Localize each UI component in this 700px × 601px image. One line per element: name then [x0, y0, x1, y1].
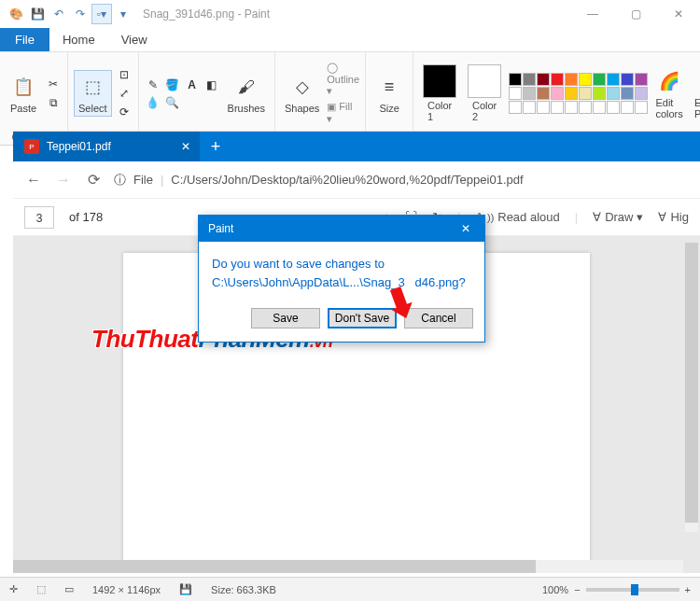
- vscroll-thumb[interactable]: [685, 243, 698, 523]
- maximize-button[interactable]: ▢: [614, 0, 657, 28]
- dont-save-button[interactable]: Don't Save: [328, 308, 397, 328]
- color2-label: Color 2: [472, 100, 497, 122]
- zoom-in-icon[interactable]: +: [685, 584, 691, 595]
- color-swatch[interactable]: [579, 101, 592, 114]
- shapes-button[interactable]: ◇ Shapes: [281, 71, 323, 116]
- fill-icon[interactable]: 🪣: [164, 77, 181, 92]
- color-swatch[interactable]: [593, 101, 606, 114]
- text-icon[interactable]: A: [184, 77, 201, 92]
- refresh-button[interactable]: ⟳: [84, 171, 103, 189]
- back-button[interactable]: ←: [24, 172, 43, 189]
- close-button[interactable]: ✕: [657, 0, 700, 28]
- color-swatch[interactable]: [607, 101, 620, 114]
- home-tab[interactable]: Home: [49, 28, 108, 51]
- fill-button[interactable]: ▣ Fill ▾: [327, 101, 359, 125]
- save-button[interactable]: Save: [251, 308, 320, 328]
- address-field[interactable]: ⓘ File | C:/Users/John/Desktop/tai%20lie…: [114, 172, 689, 189]
- cut-icon[interactable]: ✂: [45, 77, 62, 91]
- brushes-button[interactable]: 🖌 Brushes: [224, 71, 269, 116]
- view-tab[interactable]: View: [108, 28, 161, 51]
- undo-icon[interactable]: ↶: [49, 4, 69, 24]
- color-swatch[interactable]: [551, 87, 564, 100]
- select-label: Select: [78, 103, 107, 114]
- color2-swatch: [468, 64, 501, 98]
- watermark-part1: ThuThuat: [91, 325, 198, 353]
- color-swatch[interactable]: [593, 87, 606, 100]
- picker-icon[interactable]: 💧: [145, 95, 161, 110]
- color-swatch[interactable]: [523, 73, 536, 86]
- color2-button[interactable]: Color 2: [464, 63, 505, 124]
- annotation-arrow: [387, 284, 425, 324]
- dialog-message: Do you want to save changes to C:\Users\…: [199, 242, 484, 299]
- dialog-close-button[interactable]: ✕: [447, 216, 484, 242]
- tab-close-icon[interactable]: ✕: [181, 140, 190, 153]
- redo-icon[interactable]: ↷: [70, 4, 91, 24]
- draw-button[interactable]: ∀ Draw ▾: [593, 210, 643, 224]
- color-swatch[interactable]: [565, 87, 578, 100]
- color-swatch[interactable]: [635, 87, 648, 100]
- size-button[interactable]: ≡ Size: [371, 71, 407, 116]
- forward-button[interactable]: →: [54, 172, 73, 189]
- rotate-icon[interactable]: ⟳: [116, 105, 133, 119]
- edit-colors-button[interactable]: 🌈 Edit colors: [651, 65, 687, 121]
- color-swatch[interactable]: [607, 87, 620, 100]
- qat-more[interactable]: ▾: [113, 4, 133, 24]
- new-tab-button[interactable]: +: [200, 132, 231, 161]
- color-swatch[interactable]: [523, 101, 536, 114]
- color-swatch[interactable]: [621, 101, 634, 114]
- zoom-out-icon[interactable]: −: [574, 584, 580, 595]
- color-swatch[interactable]: [509, 87, 522, 100]
- color-swatch[interactable]: [607, 73, 620, 86]
- dialog-line2: C:\Users\John\AppData\L...\Snag_3 d46.pn…: [212, 273, 471, 292]
- magnifier-icon[interactable]: 🔍: [164, 95, 181, 110]
- outline-button[interactable]: ◯ Outline ▾: [327, 62, 359, 97]
- app-icon: 🎨: [6, 4, 26, 24]
- color1-swatch: [423, 64, 456, 98]
- color-swatch[interactable]: [551, 73, 564, 86]
- read-aloud-button[interactable]: A)) Read aloud: [475, 210, 559, 224]
- color-swatch[interactable]: [579, 87, 592, 100]
- eraser-icon[interactable]: ◧: [203, 77, 220, 92]
- save-icon[interactable]: 💾: [27, 4, 48, 24]
- color-swatch[interactable]: [537, 73, 550, 86]
- color-swatch[interactable]: [537, 101, 550, 114]
- page-input[interactable]: 3: [24, 206, 54, 229]
- color-swatch[interactable]: [621, 73, 634, 86]
- color-swatch[interactable]: [565, 73, 578, 86]
- file-tab[interactable]: File: [0, 28, 49, 51]
- paint3d-button[interactable]: 🔷 Edit with Paint 3D: [691, 65, 700, 121]
- dialog-title: Paint: [208, 222, 233, 235]
- color1-button[interactable]: Color 1: [419, 63, 460, 124]
- highlight-button[interactable]: ∀ Hig: [658, 210, 689, 224]
- crop-icon[interactable]: ⊡: [116, 67, 133, 82]
- color-swatch[interactable]: [509, 101, 522, 114]
- color-swatch[interactable]: [635, 101, 648, 114]
- color-swatch[interactable]: [509, 73, 522, 86]
- color-swatch[interactable]: [579, 73, 592, 86]
- browser-tabstrip: P Teppei01.pdf ✕ +: [13, 132, 700, 161]
- dialog-titlebar[interactable]: Paint ✕: [199, 216, 484, 242]
- paste-button[interactable]: 📋 Paste: [6, 71, 41, 116]
- pencil-icon[interactable]: ✎: [145, 77, 161, 92]
- browser-tab[interactable]: P Teppei01.pdf ✕: [13, 132, 200, 161]
- customize-qat[interactable]: ▫▾: [91, 4, 112, 24]
- vertical-scrollbar[interactable]: [685, 243, 698, 532]
- color-swatch[interactable]: [523, 87, 536, 100]
- zoom-slider[interactable]: [586, 588, 679, 592]
- selection-icon: ⬚: [36, 583, 46, 595]
- hscroll-thumb[interactable]: [13, 560, 536, 573]
- color-swatch[interactable]: [593, 73, 606, 86]
- color-swatch[interactable]: [635, 73, 648, 86]
- copy-icon[interactable]: ⧉: [45, 95, 62, 110]
- url-text: C:/Users/John/Desktop/tai%20lieu%20word,…: [171, 173, 523, 187]
- color-swatch[interactable]: [621, 87, 634, 100]
- filesize-icon: 💾: [179, 583, 192, 595]
- minimize-button[interactable]: —: [571, 0, 614, 28]
- horizontal-scrollbar[interactable]: [13, 560, 683, 573]
- select-button[interactable]: ⬚ Select: [74, 70, 112, 117]
- resize-icon[interactable]: ⤢: [116, 86, 133, 101]
- color-swatch[interactable]: [551, 101, 564, 114]
- zoom-thumb[interactable]: [631, 584, 638, 595]
- color-swatch[interactable]: [537, 87, 550, 100]
- color-swatch[interactable]: [565, 101, 578, 114]
